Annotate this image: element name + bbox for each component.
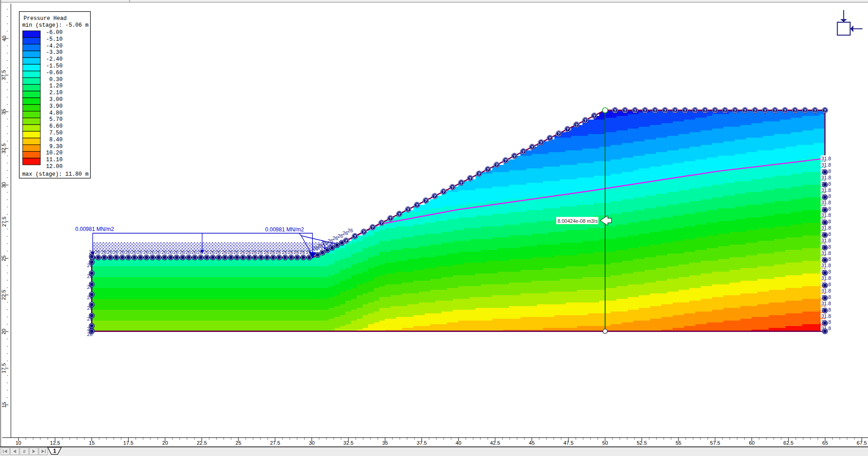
svg-text:31.8: 31.8 bbox=[821, 275, 831, 281]
svg-text:26: 26 bbox=[197, 250, 203, 255]
svg-text:26: 26 bbox=[173, 250, 179, 255]
svg-text:25: 25 bbox=[236, 440, 242, 446]
svg-text:?: ? bbox=[469, 176, 471, 181]
svg-text:26: 26 bbox=[288, 250, 293, 255]
svg-text:?: ? bbox=[784, 108, 786, 113]
svg-text:-4.20: -4.20 bbox=[46, 43, 63, 49]
svg-text:26: 26 bbox=[87, 326, 92, 331]
svg-text:?: ? bbox=[714, 108, 717, 113]
svg-text:?: ? bbox=[624, 108, 626, 113]
svg-text:37.5: 37.5 bbox=[417, 440, 427, 446]
svg-text:35: 35 bbox=[382, 440, 388, 446]
svg-text:31.8: 31.8 bbox=[821, 175, 831, 180]
svg-text:31.8: 31.8 bbox=[821, 250, 831, 256]
svg-text:45: 45 bbox=[529, 440, 535, 446]
svg-text:26: 26 bbox=[89, 250, 94, 255]
svg-text:0.30: 0.30 bbox=[49, 77, 63, 83]
svg-text:0.00981 MN/m2: 0.00981 MN/m2 bbox=[265, 226, 304, 233]
svg-text:8.40: 8.40 bbox=[49, 137, 63, 143]
svg-text:2.10: 2.10 bbox=[49, 90, 63, 96]
svg-text:?: ? bbox=[593, 114, 596, 118]
svg-text:0.00981 MN/m2: 0.00981 MN/m2 bbox=[75, 226, 114, 232]
svg-text:?: ? bbox=[774, 108, 776, 113]
svg-text:27.5: 27.5 bbox=[270, 440, 280, 446]
svg-text:26: 26 bbox=[125, 250, 131, 255]
svg-text:26: 26 bbox=[87, 305, 92, 311]
svg-text:26: 26 bbox=[185, 250, 191, 255]
svg-text:26: 26 bbox=[306, 250, 311, 255]
svg-text:31.8: 31.8 bbox=[821, 187, 831, 193]
svg-text:?: ? bbox=[416, 203, 418, 207]
svg-text:?: ? bbox=[644, 108, 646, 113]
svg-text:1.20: 1.20 bbox=[49, 83, 63, 89]
svg-text:30: 30 bbox=[1, 182, 7, 188]
svg-text:?: ? bbox=[734, 108, 737, 113]
svg-text:42.5: 42.5 bbox=[490, 440, 500, 446]
svg-text:31.8: 31.8 bbox=[821, 200, 831, 205]
svg-text:17.5: 17.5 bbox=[123, 440, 133, 446]
svg-text:#: # bbox=[23, 449, 25, 454]
svg-text:20: 20 bbox=[162, 440, 168, 446]
svg-text:?: ? bbox=[575, 123, 578, 127]
svg-text:40: 40 bbox=[456, 440, 461, 446]
svg-text:?: ? bbox=[389, 216, 392, 221]
svg-text:26: 26 bbox=[143, 250, 149, 255]
svg-text:26: 26 bbox=[300, 250, 305, 255]
svg-text:?: ? bbox=[398, 212, 401, 216]
svg-text:26: 26 bbox=[240, 250, 245, 255]
svg-text:30: 30 bbox=[309, 440, 315, 446]
svg-text:?: ? bbox=[487, 167, 490, 172]
svg-text:?: ? bbox=[634, 108, 636, 113]
svg-text:?: ? bbox=[724, 108, 727, 113]
svg-text:3.90: 3.90 bbox=[49, 103, 63, 110]
svg-text:4.80: 4.80 bbox=[49, 110, 63, 116]
svg-text:26: 26 bbox=[107, 250, 112, 255]
svg-text:25: 25 bbox=[1, 255, 7, 261]
svg-text:31.8: 31.8 bbox=[821, 263, 831, 268]
svg-text:?: ? bbox=[345, 239, 348, 243]
svg-text:26: 26 bbox=[167, 250, 173, 255]
svg-text:?: ? bbox=[704, 108, 707, 113]
svg-text:65: 65 bbox=[822, 440, 828, 446]
svg-text:-2.40: -2.40 bbox=[46, 56, 63, 62]
svg-text:26: 26 bbox=[246, 250, 251, 255]
svg-text:?: ? bbox=[433, 194, 436, 198]
svg-text:?: ? bbox=[558, 131, 560, 136]
svg-text:?: ? bbox=[495, 163, 498, 167]
svg-text:50: 50 bbox=[602, 440, 608, 446]
svg-text:?: ? bbox=[504, 158, 507, 163]
svg-text:?: ? bbox=[664, 108, 666, 113]
svg-text:31.8: 31.8 bbox=[821, 238, 831, 243]
svg-text:?: ? bbox=[451, 185, 454, 190]
svg-text:26: 26 bbox=[95, 250, 100, 255]
svg-text:22.5: 22.5 bbox=[197, 440, 207, 446]
svg-text:?: ? bbox=[804, 108, 806, 113]
svg-text:26: 26 bbox=[101, 250, 107, 255]
svg-text:15: 15 bbox=[1, 402, 7, 408]
svg-text:31.8: 31.8 bbox=[821, 162, 831, 168]
svg-text:26: 26 bbox=[155, 250, 160, 255]
svg-text:?: ? bbox=[478, 172, 480, 176]
svg-text:?: ? bbox=[548, 136, 551, 140]
svg-text:26: 26 bbox=[87, 295, 92, 300]
svg-text:67.5: 67.5 bbox=[857, 440, 867, 446]
svg-text:?: ? bbox=[674, 108, 677, 113]
svg-text:31.8: 31.8 bbox=[821, 288, 831, 293]
svg-text:40: 40 bbox=[1, 36, 7, 42]
svg-text:?: ? bbox=[794, 108, 796, 113]
svg-text:?: ? bbox=[694, 108, 697, 113]
svg-text:?: ? bbox=[460, 181, 463, 185]
svg-text:?: ? bbox=[380, 221, 383, 225]
svg-text:17.5: 17.5 bbox=[1, 363, 7, 373]
svg-text:?: ? bbox=[814, 108, 816, 113]
svg-text:26: 26 bbox=[87, 331, 92, 337]
svg-text:26: 26 bbox=[228, 250, 233, 255]
svg-text:26: 26 bbox=[222, 250, 227, 255]
svg-text:27.5: 27.5 bbox=[1, 216, 7, 226]
svg-text:-0.60: -0.60 bbox=[46, 70, 63, 76]
svg-text:12.5: 12.5 bbox=[50, 440, 60, 446]
svg-text:26: 26 bbox=[270, 250, 275, 255]
svg-text:?: ? bbox=[531, 145, 533, 149]
svg-text:26: 26 bbox=[252, 250, 257, 255]
svg-text:-3.30: -3.30 bbox=[46, 49, 63, 56]
